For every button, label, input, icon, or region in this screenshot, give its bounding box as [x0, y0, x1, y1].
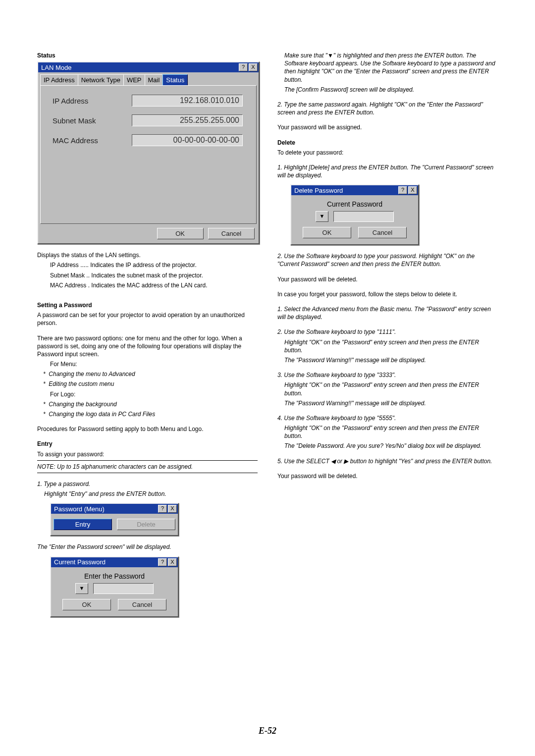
entry-p1: To assign your password:: [37, 450, 258, 458]
step-1a: 1. Type a password.: [37, 480, 258, 488]
ok-button[interactable]: OK: [62, 599, 111, 610]
r1b: The [Confirm Password] screen will be di…: [277, 86, 498, 94]
desc-mac: MAC Address . Indicates the MAC address …: [37, 281, 258, 289]
dp-title: Delete Password: [294, 187, 343, 194]
delete-heading: Delete: [277, 139, 498, 147]
cp-titlebar: Current Password ? X: [51, 557, 178, 567]
close-icon[interactable]: X: [408, 186, 417, 194]
r5: 1. Highlight [Delete] and press the ENTE…: [277, 163, 498, 179]
close-icon[interactable]: X: [249, 63, 258, 71]
lan-mode-dialog: LAN Mode ? X IP Address Network Type WEP…: [37, 61, 260, 244]
step-1b: Highlight "Entry" and press the ENTER bu…: [37, 490, 258, 498]
setting-password-heading: Setting a Password: [37, 301, 258, 309]
r6: 2. Use the Software keyboard to type you…: [277, 252, 498, 268]
pm-titlebar: Password (Menu) ? X: [51, 504, 178, 514]
right-column: Make sure that "▼" is highlighted and th…: [277, 50, 498, 622]
r1: Make sure that "▼" is highlighted and th…: [277, 52, 498, 84]
desc-ip: IP Address ..... Indicates the IP addres…: [37, 261, 258, 269]
r10a: 2. Use the Software keyboard to type "11…: [277, 328, 498, 336]
mac-label: MAC Address: [53, 136, 132, 145]
entry-heading: Entry: [37, 440, 258, 448]
r11c: The "Password Warning!!" message will be…: [277, 399, 498, 407]
help-icon[interactable]: ?: [158, 558, 167, 566]
cancel-button[interactable]: Cancel: [208, 228, 255, 239]
setpw-p3: Procedures for Password setting apply to…: [37, 425, 258, 433]
password-input[interactable]: [333, 211, 394, 222]
pm-title: Password (Menu): [54, 505, 105, 513]
password-menu-dialog: Password (Menu) ? X Entry Delete: [50, 503, 179, 536]
logo-bullet-2: * Changing the logo data in PC Card File…: [37, 410, 258, 418]
lan-titlebar: LAN Mode ? X: [38, 62, 259, 72]
close-icon[interactable]: X: [168, 558, 177, 566]
ok-button[interactable]: OK: [157, 228, 204, 239]
r9: 1. Select the Advanced menu from the Bas…: [277, 305, 498, 321]
dp-titlebar: Delete Password ? X: [291, 185, 418, 195]
desc-subnet: Subnet Mask .. Indicates the subnet mask…: [37, 271, 258, 279]
password-input[interactable]: [93, 583, 154, 594]
delete-button[interactable]: Delete: [117, 519, 175, 530]
r11a: 3. Use the Software keyboard to type "33…: [277, 371, 498, 379]
for-logo: For Logo:: [37, 390, 258, 398]
r7: Your password will be deleted.: [277, 275, 498, 283]
subnet-value: 255.255.255.000: [132, 114, 243, 126]
r14: Your password will be deleted.: [277, 472, 498, 480]
ip-label: IP Address: [53, 97, 132, 105]
help-icon[interactable]: ?: [158, 505, 167, 513]
r3: Your password will be assigned.: [277, 123, 498, 131]
cancel-button[interactable]: Cancel: [118, 599, 166, 610]
dropdown-icon[interactable]: ▼: [75, 583, 88, 594]
help-icon[interactable]: ?: [239, 63, 248, 71]
cp-label: Enter the Password: [56, 572, 173, 580]
after-pm: The "Enter the Password screen" will be …: [37, 543, 258, 551]
ok-button[interactable]: OK: [303, 227, 351, 238]
page-number: E-52: [0, 726, 535, 736]
r12a: 4. Use the Software keyboard to type "55…: [277, 414, 498, 422]
r10c: The "Password Warning!!" message will be…: [277, 356, 498, 364]
entry-button[interactable]: Entry: [54, 519, 112, 530]
lan-tabpanel: IP Address 192.168.010.010 Subnet Mask 2…: [40, 85, 257, 224]
r12c: The "Delete Password. Are you sure? Yes/…: [277, 442, 498, 450]
setpw-p2: There are two password options: one for …: [37, 334, 258, 359]
tab-network-type[interactable]: Network Type: [78, 74, 124, 85]
r8: In case you forget your password, follow…: [277, 290, 498, 298]
lan-button-row: OK Cancel: [38, 226, 259, 243]
lan-tabs: IP Address Network Type WEP Mail Status: [38, 72, 259, 85]
close-icon[interactable]: X: [168, 505, 177, 513]
tab-wep[interactable]: WEP: [123, 74, 145, 85]
r4: To delete your password:: [277, 149, 498, 157]
dp-label: Current Password: [296, 200, 413, 208]
cancel-button[interactable]: Cancel: [358, 227, 407, 238]
left-column: Status LAN Mode ? X IP Address Network T…: [37, 50, 258, 622]
menu-bullet-2: * Editing the custom menu: [37, 380, 258, 388]
delete-password-dialog: Delete Password ? X Current Password ▼ O…: [290, 184, 419, 245]
tab-ip-address[interactable]: IP Address: [40, 74, 78, 85]
r2: 2. Type the same password again. Highlig…: [277, 101, 498, 116]
r12b: Highlight "OK" on the "Password" entry s…: [277, 424, 498, 440]
mac-value: 00-00-00-00-00-00: [132, 134, 243, 146]
cp-title: Current Password: [54, 558, 106, 566]
ip-value: 192.168.010.010: [132, 95, 243, 107]
r11b: Highlight "OK" on the "Password" entry s…: [277, 381, 498, 397]
note-text: NOTE: Up to 15 alphanumeric characters c…: [37, 463, 258, 471]
lan-title: LAN Mode: [41, 64, 71, 71]
for-menu: For Menu:: [37, 360, 258, 368]
current-password-dialog: Current Password ? X Enter the Password …: [50, 556, 179, 617]
status-heading: Status: [37, 52, 258, 59]
menu-bullet-1: * Changing the menu to Advanced: [37, 370, 258, 378]
r13: 5. Use the SELECT ◀ or ▶ button to highl…: [277, 457, 498, 465]
logo-bullet-1: * Changing the background: [37, 400, 258, 408]
lan-desc: Displays the status of the LAN settings.: [37, 251, 258, 259]
setpw-p1: A password can be set for your projector…: [37, 311, 258, 327]
r10b: Highlight "OK" on the "Password" entry s…: [277, 338, 498, 354]
tab-status[interactable]: Status: [162, 74, 188, 85]
subnet-label: Subnet Mask: [53, 116, 132, 125]
dropdown-icon[interactable]: ▼: [316, 211, 328, 222]
help-icon[interactable]: ?: [398, 186, 407, 194]
tab-mail[interactable]: Mail: [145, 74, 163, 85]
